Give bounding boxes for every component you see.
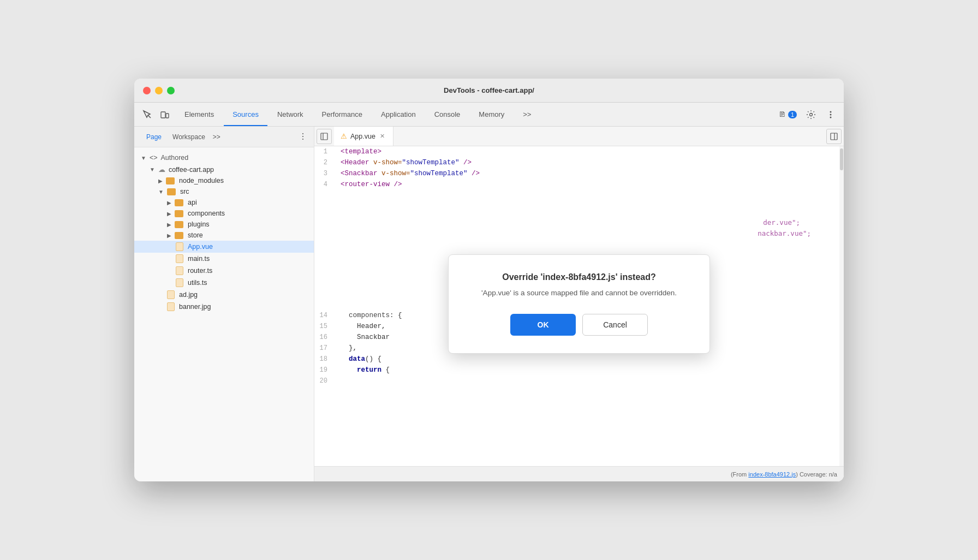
dialog-buttons: OK Cancel [470,314,688,336]
tree-item-label: plugins [188,221,210,228]
sidebar-tab-workspace[interactable]: Workspace [167,131,211,143]
tree-item-store[interactable]: ▶ store [134,230,314,241]
tree-item-label: src [180,188,189,195]
tree-item-app-vue[interactable]: App.vue [134,241,314,253]
dialog-overlay: Override 'index-8bfa4912.js' instead? 'A… [314,127,844,481]
toolbar-right: 🖹 1 [776,103,839,126]
tab-application[interactable]: Application [372,103,425,126]
tree-item-label: store [188,231,203,239]
badge-count: 1 [788,111,797,118]
dialog-title: Override 'index-8bfa4912.js' instead? [470,272,688,282]
tree-item-router-ts[interactable]: router.ts [134,265,314,277]
tab-memory[interactable]: Memory [470,103,513,126]
close-button[interactable] [143,87,151,94]
console-badge[interactable]: 🖹 1 [776,110,800,118]
tree-item-utils-ts[interactable]: utils.ts [134,277,314,289]
window-title: DevTools - coffee-cart.app/ [444,86,534,94]
tree-item-label: utils.ts [188,279,207,287]
tree-item-label: main.ts [188,255,210,263]
more-options-icon[interactable] [822,110,839,120]
tree-item-label: banner.jpg [179,303,211,311]
section-label: Authored [161,154,189,162]
sidebar-tab-more[interactable]: >> [213,133,220,141]
tree-item-coffee-cart[interactable]: ▼ ☁ coffee-cart.app [134,164,314,175]
sidebar-options-icon[interactable]: ︙ [299,132,307,142]
arrow-icon: ▶ [167,233,171,239]
arrow-icon: ▼ [141,155,146,161]
tab-sources[interactable]: Sources [224,103,267,126]
code-area: ⚠ App.vue ✕ 1 <template> [314,127,844,481]
traffic-lights [143,87,175,94]
file-icon [167,290,175,299]
svg-rect-1 [161,112,165,118]
sidebar-tree: ▼ <> Authored ▼ ☁ coffee-cart.app ▶ node… [134,147,314,481]
svg-point-4 [830,111,832,112]
tab-more[interactable]: >> [514,103,540,126]
folder-icon [175,221,183,228]
dialog-message: 'App.vue' is a source mapped file and ca… [470,288,688,299]
file-icon [176,278,183,287]
svg-point-6 [830,116,832,118]
tree-item-label: components [188,210,225,217]
sidebar-tab-bar: Page Workspace >> ︙ [134,127,314,147]
svg-point-5 [830,114,832,115]
tab-performance[interactable]: Performance [313,103,371,126]
tree-item-label: api [188,199,197,206]
tab-nav: Elements Sources Network Performance App… [176,103,540,126]
folder-icon [175,210,183,217]
tree-section-authored[interactable]: ▼ <> Authored [134,152,314,164]
tree-item-plugins[interactable]: ▶ plugins [134,219,314,230]
arrow-icon: ▶ [167,211,171,217]
toolbar: Elements Sources Network Performance App… [134,103,844,127]
maximize-button[interactable] [167,87,175,94]
arrow-icon: ▶ [167,200,171,206]
tree-item-label: App.vue [188,243,213,251]
tab-network[interactable]: Network [269,103,312,126]
device-icon[interactable] [156,103,174,126]
sidebar: Page Workspace >> ︙ ▼ <> Authored ▼ ☁ [134,127,314,481]
tree-item-node-modules[interactable]: ▶ node_modules [134,175,314,186]
folder-icon [175,199,183,206]
tree-item-label: node_modules [179,177,224,184]
tree-item-label: router.ts [188,267,212,275]
file-icon [176,254,183,263]
arrow-icon: ▼ [150,166,155,172]
settings-icon[interactable] [802,110,820,120]
main-content: Page Workspace >> ︙ ▼ <> Authored ▼ ☁ [134,127,844,481]
file-icon [167,302,175,311]
tree-item-banner-jpg[interactable]: banner.jpg [134,301,314,313]
dialog-box: Override 'index-8bfa4912.js' instead? 'A… [448,254,710,354]
dialog-cancel-button[interactable]: Cancel [582,314,648,336]
cloud-icon: ☁ [158,165,165,174]
arrow-icon: ▶ [167,222,171,228]
arrow-icon: ▼ [158,189,164,195]
svg-line-0 [148,115,151,118]
dialog-ok-button[interactable]: OK [510,314,576,336]
inspect-icon[interactable] [139,103,156,126]
code-section-icon: <> [150,154,158,162]
tab-console[interactable]: Console [426,103,469,126]
tree-item-ad-jpg[interactable]: ad.jpg [134,289,314,301]
folder-icon [175,232,183,239]
tree-item-src[interactable]: ▼ src [134,186,314,197]
file-icon [176,242,183,251]
arrow-icon: ▶ [158,178,163,184]
file-icon [176,266,183,275]
tree-item-label: coffee-cart.app [169,166,214,174]
minimize-button[interactable] [155,87,163,94]
titlebar: DevTools - coffee-cart.app/ [134,79,844,103]
tree-item-label: ad.jpg [179,291,198,299]
svg-point-3 [810,113,813,116]
tree-item-components[interactable]: ▶ components [134,208,314,219]
tree-item-api[interactable]: ▶ api [134,197,314,208]
folder-icon [167,188,176,195]
sidebar-tab-page[interactable]: Page [141,131,167,143]
devtools-window: DevTools - coffee-cart.app/ Elements Sou… [134,79,844,481]
folder-icon [166,177,175,184]
svg-rect-2 [166,114,169,118]
tab-elements[interactable]: Elements [176,103,223,126]
tree-item-main-ts[interactable]: main.ts [134,253,314,265]
